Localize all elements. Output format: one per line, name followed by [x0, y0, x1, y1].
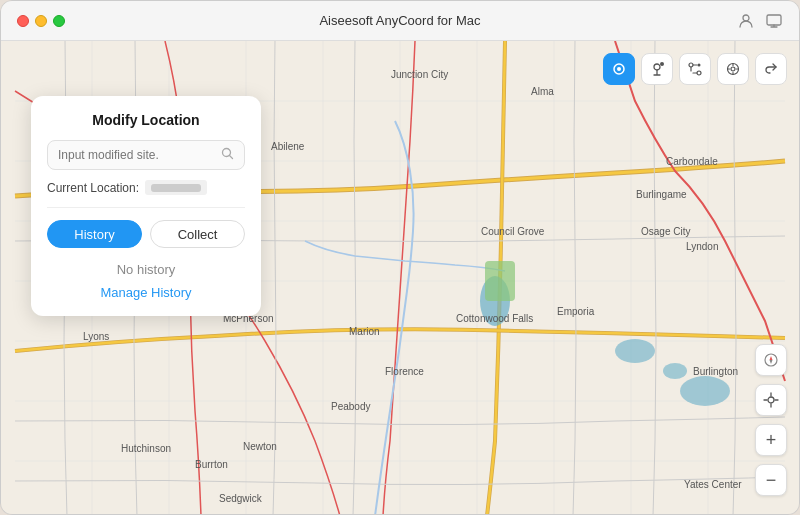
no-history-text: No history	[47, 262, 245, 277]
modify-location-panel: Modify Location Current Location: Hi	[31, 96, 261, 316]
route-tool-btn[interactable]	[679, 53, 711, 85]
svg-point-30	[698, 64, 701, 67]
search-row[interactable]	[47, 140, 245, 170]
svg-point-32	[731, 67, 735, 71]
minimize-button[interactable]	[35, 15, 47, 27]
traffic-lights	[17, 15, 65, 27]
svg-rect-1	[767, 15, 781, 25]
history-tab[interactable]: History	[47, 220, 142, 248]
center-location-btn[interactable]	[755, 384, 787, 416]
search-icon	[221, 147, 234, 163]
screen-icon[interactable]	[765, 12, 783, 30]
title-bar-actions	[737, 12, 783, 30]
svg-rect-23	[485, 261, 515, 301]
user-icon[interactable]	[737, 12, 755, 30]
title-bar: Aiseesoft AnyCoord for Mac	[1, 1, 799, 41]
svg-point-20	[615, 339, 655, 363]
svg-point-0	[743, 15, 749, 21]
joystick-btn[interactable]	[717, 53, 749, 85]
compass-btn[interactable]	[755, 344, 787, 376]
collect-tab[interactable]: Collect	[150, 220, 245, 248]
tab-row: History Collect	[47, 220, 245, 248]
svg-point-21	[663, 363, 687, 379]
window-title: Aiseesoft AnyCoord for Mac	[319, 13, 480, 28]
current-location-value	[145, 180, 207, 195]
panel-title: Modify Location	[47, 112, 245, 128]
svg-point-25	[617, 67, 621, 71]
close-button[interactable]	[17, 15, 29, 27]
svg-point-27	[660, 62, 664, 66]
pin-tool-btn[interactable]	[641, 53, 673, 85]
svg-point-34	[768, 397, 774, 403]
current-location-label: Current Location:	[47, 181, 139, 195]
search-input[interactable]	[58, 148, 221, 162]
map-area[interactable]: Junction CityAlmaAbileneCarbondaleBurlin…	[1, 41, 799, 515]
export-btn[interactable]	[755, 53, 787, 85]
manage-history-link[interactable]: Manage History	[47, 285, 245, 300]
location-pin-btn[interactable]	[603, 53, 635, 85]
zoom-in-btn[interactable]: +	[755, 424, 787, 456]
app-window: Aiseesoft AnyCoord for Mac	[0, 0, 800, 515]
svg-point-26	[654, 64, 660, 70]
svg-point-22	[680, 376, 730, 406]
map-toolbar	[603, 53, 787, 85]
zoom-out-btn[interactable]: −	[755, 464, 787, 496]
maximize-button[interactable]	[53, 15, 65, 27]
map-controls: + −	[755, 344, 787, 496]
current-location-row: Current Location:	[47, 180, 245, 208]
